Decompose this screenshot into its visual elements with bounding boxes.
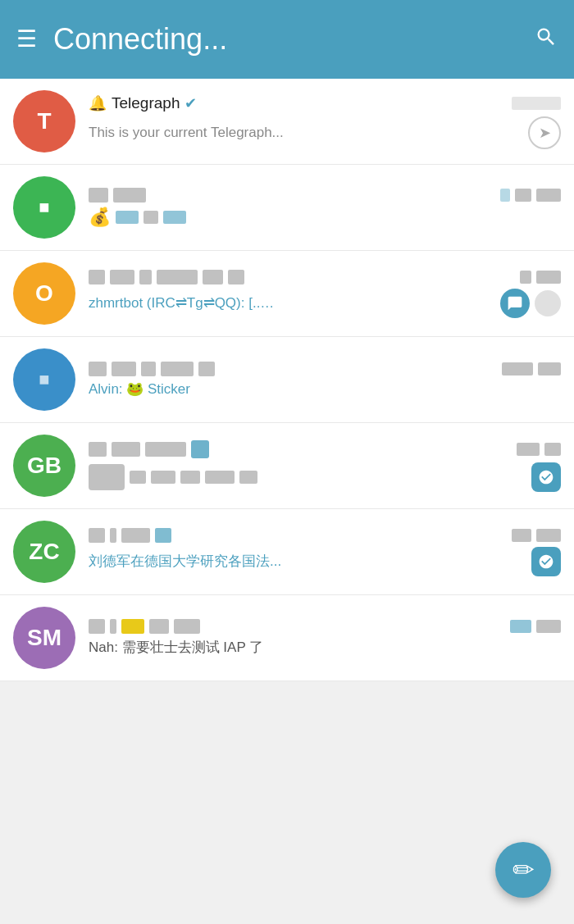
chat-content-gb: [89, 440, 561, 492]
chat-item-zc[interactable]: ZC 刘德军在德国大学研究各国法...: [0, 509, 574, 595]
avatar-gb: GB: [13, 435, 75, 497]
chat-item-telegraph[interactable]: T 🔔 Telegraph ✔ This is your current Tel…: [0, 79, 574, 165]
chat-content-blue1: Alvin: 🐸 Sticker: [89, 362, 561, 398]
menu-icon: ☰: [16, 26, 37, 52]
chat-preview-telegraph: This is your current Telegraph...: [89, 125, 284, 140]
badge-muted-orange: [535, 290, 561, 316]
menu-button[interactable]: ☰: [16, 28, 37, 51]
chat-preview-blue1: Alvin: 🐸 Sticker: [89, 381, 190, 397]
chat-item-sm[interactable]: SM Nah: 需要壮士去测试 IAP 了: [0, 595, 574, 681]
avatar-letter: O: [35, 280, 53, 307]
compose-icon: ✏: [512, 854, 535, 885]
chat-item-gb[interactable]: GB: [0, 423, 574, 509]
badge-icon-orange: [500, 289, 530, 318]
avatar-letter: T: [37, 108, 51, 134]
chat-content-telegraph: 🔔 Telegraph ✔ This is your current Teleg…: [89, 94, 561, 149]
avatar-orange1: O: [13, 262, 75, 325]
chat-content-sm: Nah: 需要壮士去测试 IAP 了: [89, 619, 561, 657]
badge-area-orange1: [500, 289, 561, 318]
avatar-zc: ZC: [13, 521, 75, 583]
app-title: Connecting...: [53, 22, 518, 57]
avatar-blue1: ■: [13, 348, 75, 411]
avatar-letter: ZC: [29, 539, 59, 565]
chat-content-orange1: zhmrtbot (IRC⇌Tg⇌QQ): [..…: [89, 270, 561, 318]
chat-preview-sm: Nah: 需要壮士去测试 IAP 了: [89, 640, 263, 655]
mute-icon: 🔔: [89, 94, 107, 112]
avatar-letter: ■: [39, 197, 49, 218]
badge-gb: [531, 462, 561, 492]
verified-icon: ✔: [184, 94, 197, 112]
avatar-telegraph: T: [13, 90, 75, 152]
badge-zc: [531, 547, 561, 576]
chat-name-telegraph: Telegraph: [112, 94, 180, 112]
avatar-green1: ■: [13, 176, 75, 239]
chat-content-green1: 💰: [89, 188, 561, 228]
top-bar: ☰ Connecting...: [0, 0, 574, 79]
avatar-sm: SM: [13, 607, 75, 669]
chat-item-orange1[interactable]: O zhmrtbot (IRC⇌Tg⇌QQ): [.: [0, 251, 574, 337]
share-icon[interactable]: ➤: [528, 116, 561, 149]
avatar-letter: SM: [27, 625, 61, 651]
search-icon: [535, 25, 558, 48]
avatar-letter: ■: [39, 369, 49, 390]
avatar-letter: GB: [27, 453, 61, 479]
chat-preview-orange1: zhmrtbot (IRC⇌Tg⇌QQ): [..…: [89, 295, 274, 311]
search-button[interactable]: [535, 25, 558, 54]
chat-item-blue1[interactable]: ■ Alvin: 🐸 Sticker: [0, 337, 574, 423]
compose-button[interactable]: ✏: [495, 842, 551, 898]
chat-content-zc: 刘德军在德国大学研究各国法...: [89, 528, 561, 576]
chat-preview-zc: 刘德军在德国大学研究各国法...: [89, 553, 281, 569]
chat-list: T 🔔 Telegraph ✔ This is your current Tel…: [0, 79, 574, 681]
chat-item-green1[interactable]: ■ 💰: [0, 165, 574, 251]
